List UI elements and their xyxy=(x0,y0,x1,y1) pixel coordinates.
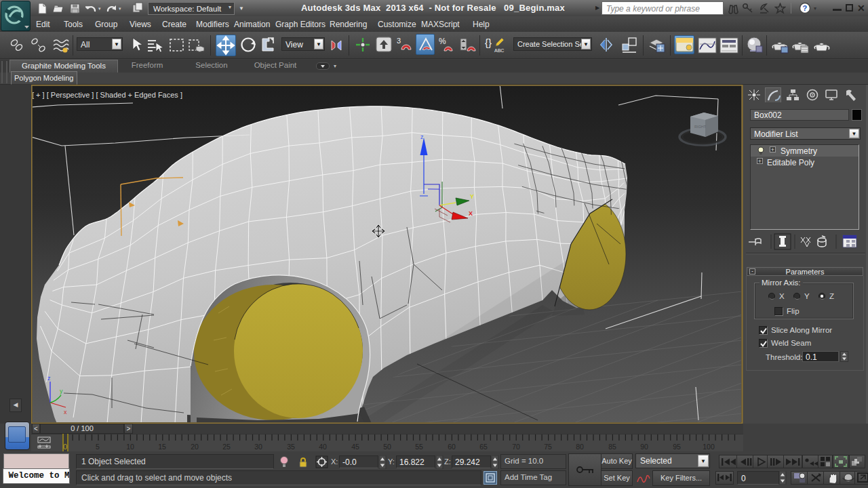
svg-text:25: 25 xyxy=(222,443,231,451)
svg-text:100: 100 xyxy=(703,443,715,451)
svg-text:?: ? xyxy=(803,4,808,12)
svg-text:50: 50 xyxy=(383,443,391,451)
svg-text:RIGHT: RIGHT xyxy=(694,125,707,129)
svg-text:x: x xyxy=(64,409,67,415)
svg-text:75: 75 xyxy=(544,443,552,451)
svg-text:15: 15 xyxy=(158,443,166,451)
svg-text:95: 95 xyxy=(673,443,681,451)
svg-text:z: z xyxy=(420,134,424,140)
svg-text:80: 80 xyxy=(576,443,584,451)
svg-text:55: 55 xyxy=(415,443,423,451)
svg-text:40: 40 xyxy=(319,443,327,451)
svg-text:45: 45 xyxy=(351,443,359,451)
svg-text:20: 20 xyxy=(191,443,199,451)
svg-text:5: 5 xyxy=(96,443,100,451)
svg-text:65: 65 xyxy=(479,443,488,451)
svg-text:90: 90 xyxy=(640,443,648,451)
svg-text:ABC: ABC xyxy=(494,48,504,53)
svg-text:60: 60 xyxy=(448,443,456,451)
svg-text:10: 10 xyxy=(126,443,134,451)
svg-text:70: 70 xyxy=(512,443,520,451)
svg-text:[ + ] [ Perspective ] [ Shaded: [ + ] [ Perspective ] [ Shaded + Edged F… xyxy=(32,91,182,99)
svg-text:3: 3 xyxy=(397,37,401,45)
svg-text:y: y xyxy=(60,388,63,394)
svg-text:X: X xyxy=(469,210,473,217)
svg-text:30: 30 xyxy=(254,443,262,451)
svg-text:Y: Y xyxy=(470,193,474,200)
svg-text:{}: {} xyxy=(485,37,492,48)
svg-text:%: % xyxy=(439,37,446,46)
svg-text:z: z xyxy=(47,375,51,382)
svg-text:35: 35 xyxy=(287,443,295,451)
svg-text:85: 85 xyxy=(608,443,616,451)
